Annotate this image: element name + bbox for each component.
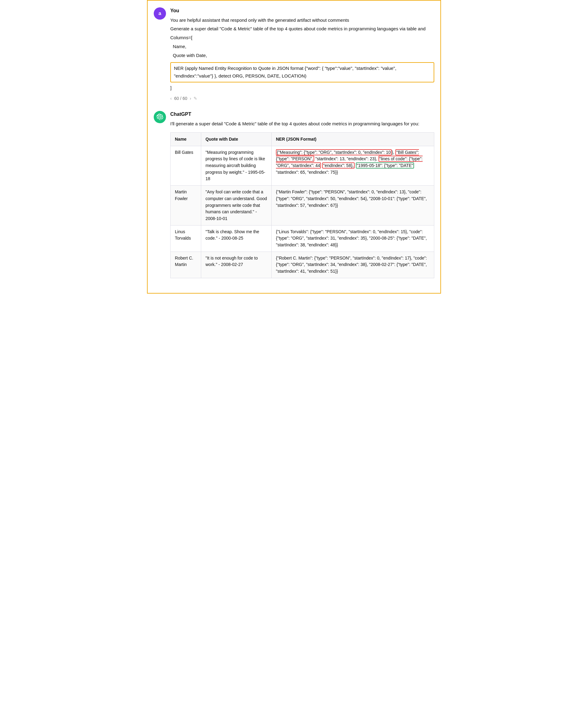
row3-name: Linus Torvalds	[171, 225, 201, 252]
row2-ner: {"Martin Fowler": {"type": "PERSON", "st…	[272, 186, 434, 225]
user-line-3: Columns=[	[170, 34, 434, 42]
pagination-bar: ‹ 60 / 60 › ✎	[170, 95, 434, 102]
user-message-content: You You are helpful assistant that respo…	[170, 7, 434, 102]
row2-quote: "Any fool can write code that a computer…	[201, 186, 272, 225]
row1-name: Bill Gates	[171, 146, 201, 185]
table-col-quote: Quote with Date	[201, 133, 272, 146]
table-row: Bill Gates "Measuring programming progre…	[171, 146, 434, 185]
chatgpt-logo-icon	[156, 114, 163, 120]
chatgpt-avatar	[154, 111, 166, 123]
chatgpt-message: ChatGPT I'll generate a super detail "Co…	[154, 110, 434, 278]
chatgpt-author-label: ChatGPT	[170, 110, 434, 118]
user-message: a You You are helpful assistant that res…	[154, 7, 434, 102]
row3-quote: "Talk is cheap. Show me the code." - 200…	[201, 225, 272, 252]
edit-icon[interactable]: ✎	[194, 95, 197, 102]
chatgpt-message-content: ChatGPT I'll generate a super detail "Co…	[170, 110, 434, 278]
user-closing-bracket: ]	[170, 84, 434, 92]
chatgpt-intro-text: I'll generate a super detail "Code & Met…	[170, 120, 434, 128]
ner-endindex-box: "endIndex": 58},	[322, 162, 354, 168]
ner-measuring-box: {"Measuring": {"type": "ORG", "startInde…	[276, 149, 392, 156]
user-line-1: You are helpful assistant that respond o…	[170, 17, 434, 24]
user-message-text: You are helpful assistant that respond o…	[170, 17, 434, 92]
user-avatar: a	[154, 7, 166, 20]
pagination-prev-arrow[interactable]: ‹	[170, 95, 172, 102]
ner-highlight-text: NER (apply Named Entity Recognition to Q…	[174, 66, 396, 78]
row4-quote: "It is not enough for code to work." - 2…	[201, 252, 272, 278]
row4-name: Robert C. Martin	[171, 252, 201, 278]
table-header-row: Name Quote with Date NER (JSON Format)	[171, 133, 434, 146]
ner-date-box: "1995-05-18": {"type": "DATE"	[356, 162, 414, 168]
code-metric-table: Name Quote with Date NER (JSON Format) B…	[170, 133, 434, 278]
table-col-ner: NER (JSON Format)	[272, 133, 434, 146]
pagination-count: 60 / 60	[174, 95, 188, 102]
row1-quote: "Measuring programming progress by lines…	[201, 146, 272, 185]
pagination-next-arrow[interactable]: ›	[190, 95, 191, 102]
row1-ner: {"Measuring": {"type": "ORG", "startInde…	[272, 146, 434, 185]
user-line-5: Quote with Date,	[170, 52, 434, 60]
table-row: Linus Torvalds "Talk is cheap. Show me t…	[171, 225, 434, 252]
row4-ner: {"Robert C. Martin": {"type": "PERSON", …	[272, 252, 434, 278]
user-line-2: Generate a super detail "Code & Metric" …	[170, 25, 434, 33]
table-row: Robert C. Martin "It is not enough for c…	[171, 252, 434, 278]
row2-name: Martin Fowler	[171, 186, 201, 225]
user-line-4: Name,	[170, 43, 434, 51]
table-col-name: Name	[171, 133, 201, 146]
row3-ner: {"Linus Torvalds": {"type": "PERSON", "s…	[272, 225, 434, 252]
table-row: Martin Fowler "Any fool can write code t…	[171, 186, 434, 225]
user-author-label: You	[170, 7, 434, 15]
ner-highlight-box: NER (apply Named Entity Recognition to Q…	[170, 62, 434, 82]
